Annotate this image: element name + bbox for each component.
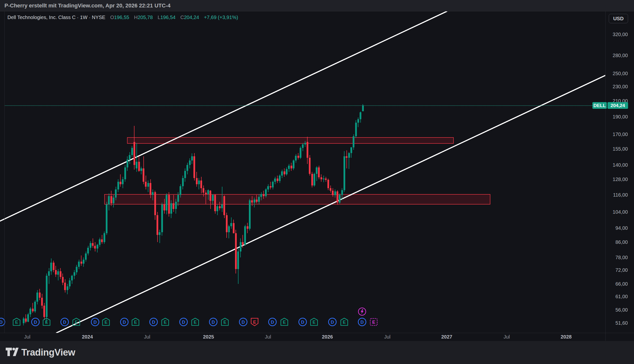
dividend-marker-icon[interactable]: D: [358, 318, 366, 326]
svg-text:D: D: [331, 320, 334, 325]
channel-upper[interactable]: [0, 12, 447, 221]
candle-body: [209, 191, 211, 200]
earnings-marker-icon[interactable]: E: [102, 318, 110, 326]
svg-text:D: D: [301, 320, 304, 325]
channel-lower[interactable]: [57, 76, 605, 333]
dividend-marker-icon[interactable]: D: [209, 318, 218, 326]
svg-text:E: E: [134, 320, 137, 325]
earnings-marker-icon[interactable]: E: [191, 318, 199, 326]
high-label: H: [134, 14, 137, 20]
dividend-marker-icon[interactable]: D: [179, 318, 188, 326]
candle-wick: [205, 190, 206, 204]
svg-text:E: E: [283, 320, 286, 325]
candle-body: [78, 262, 80, 267]
candle-body: [34, 302, 36, 311]
candle-body: [87, 248, 89, 254]
candle-body: [302, 144, 304, 148]
current-price-badge: 204,24: [607, 102, 628, 109]
earnings-marker-icon[interactable]: E: [280, 318, 289, 326]
earnings-marker-icon[interactable]: E: [250, 318, 259, 326]
dividend-marker-icon[interactable]: D: [91, 318, 100, 326]
candle-body: [64, 283, 66, 290]
price-axis[interactable]: 320,00280,00250,00230,00210,00190,00170,…: [605, 11, 634, 333]
svg-text:E: E: [164, 320, 167, 325]
candle-body: [30, 308, 31, 314]
earnings-marker-icon[interactable]: E: [72, 318, 81, 326]
price-axis-label: 86,00: [605, 239, 628, 245]
dividend-marker-icon[interactable]: D: [31, 318, 40, 326]
candle-body: [101, 239, 103, 242]
svg-text:E: E: [343, 320, 346, 325]
dividend-marker-icon[interactable]: D: [268, 318, 277, 326]
candle-body: [284, 171, 285, 174]
candle-body: [179, 186, 181, 195]
time-axis[interactable]: Jul2024Jul2025Jul2026Jul2027Jul2028: [0, 333, 634, 341]
candle-body: [325, 178, 327, 180]
tradingview-logo-icon[interactable]: [6, 347, 19, 357]
dividend-marker-icon[interactable]: D: [298, 318, 307, 326]
price-axis-label: 230,00: [605, 83, 628, 90]
candle-body: [156, 215, 158, 235]
dividend-marker-icon[interactable]: D: [328, 318, 337, 326]
dividend-marker-icon[interactable]: D: [239, 318, 248, 326]
candle-body: [41, 298, 43, 306]
price-axis-label: 320,00: [605, 31, 628, 38]
high-value: 205,78: [138, 14, 153, 20]
earnings-marker-icon[interactable]: E: [131, 318, 140, 326]
symbol-legend[interactable]: Dell Technologies, Inc. Class C · 1W · N…: [8, 14, 238, 20]
candle-body: [316, 168, 317, 174]
candle-body: [81, 262, 82, 264]
candle-body: [55, 270, 57, 274]
candle-body: [182, 178, 184, 186]
earnings-marker-icon[interactable]: E: [369, 318, 378, 326]
candle-body: [228, 226, 230, 232]
candle-body: [23, 318, 25, 323]
candle-body: [362, 105, 364, 112]
candle-body: [293, 160, 294, 168]
candle-body: [334, 192, 336, 195]
candle-body: [138, 162, 140, 171]
earnings-marker-icon[interactable]: E: [12, 318, 21, 326]
candle-body: [143, 168, 144, 182]
candle-body: [254, 200, 255, 202]
candle-body: [256, 200, 258, 202]
dividend-marker-icon[interactable]: D: [60, 318, 69, 326]
candle-body: [113, 198, 114, 203]
candle-body: [307, 142, 308, 158]
candle-body: [274, 178, 276, 182]
earnings-marker-icon[interactable]: E: [221, 318, 229, 326]
earnings-marker-icon[interactable]: E: [340, 318, 349, 326]
candle-body: [360, 112, 361, 119]
tradingview-chart-page: P-Cherry erstellt mit TradingView.com, A…: [0, 0, 634, 364]
candle-body: [32, 308, 34, 311]
candle-body: [235, 233, 237, 269]
candle-body: [140, 168, 142, 170]
candle-body: [196, 178, 198, 184]
dividend-marker-icon[interactable]: D: [120, 318, 129, 326]
candle-body: [341, 190, 343, 195]
time-axis-label: 2024: [82, 334, 93, 340]
earnings-marker-icon[interactable]: E: [42, 318, 51, 326]
time-axis-label: Jul: [504, 334, 510, 340]
earnings-marker-icon[interactable]: E: [310, 318, 318, 326]
tradingview-logo-text[interactable]: TradingView: [21, 341, 75, 364]
candle-body: [339, 195, 340, 202]
candle-body: [267, 186, 269, 190]
close-value: 204,24: [184, 14, 199, 20]
earnings-marker-icon[interactable]: E: [161, 318, 170, 326]
candle-body: [327, 180, 329, 188]
svg-text:D: D: [63, 320, 66, 325]
candle-body: [67, 286, 68, 290]
dividend-marker-icon[interactable]: D: [149, 318, 158, 326]
flash-alert-icon[interactable]: [358, 307, 366, 316]
svg-text:D: D: [94, 320, 97, 325]
candle-body: [320, 177, 322, 179]
candle-body: [27, 314, 29, 322]
candle-body: [74, 272, 75, 276]
candle-body: [57, 271, 59, 275]
chart-plot-area[interactable]: DDDDDDDDDDDDDEEEEEEEEEEEEE: [0, 11, 605, 333]
candle-body: [270, 186, 271, 188]
price-axis-label: 140,00: [605, 162, 628, 168]
price-axis-label: 94,00: [605, 225, 628, 231]
candle-wick: [270, 182, 271, 190]
